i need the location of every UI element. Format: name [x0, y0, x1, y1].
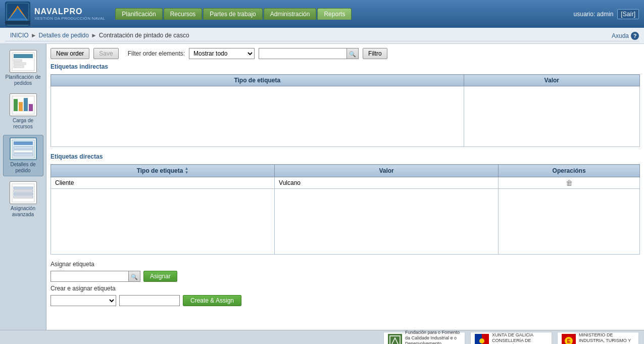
- logo-text-area: NAVALPRO Xestión da Producción Naval: [34, 7, 105, 21]
- direct-row-valor-0: Vulcano: [275, 177, 499, 189]
- footer-logo-1-icon: [388, 334, 402, 345]
- svg-text:E: E: [567, 338, 571, 344]
- assign-button[interactable]: Asignar: [143, 271, 177, 282]
- logo-icon: [5, 2, 30, 27]
- sidebar-label-detalles: Detalles de pedido: [6, 162, 41, 174]
- assign-input[interactable]: [51, 271, 129, 282]
- logo-subtext: Xestión da Producción Naval: [34, 16, 105, 21]
- sidebar-label-planificacion: Planificación de pedidos: [5, 74, 41, 86]
- svg-rect-13: [19, 102, 23, 111]
- delete-row-0-button[interactable]: 🗑: [566, 179, 573, 187]
- sidebar-icon-carga: [10, 93, 37, 116]
- ayuda-label: Axuda: [612, 32, 629, 39]
- sort-arrows-tipo: ▲▼: [184, 167, 188, 175]
- svg-rect-24: [14, 193, 33, 195]
- create-assign-input-row: Create & Assign: [51, 295, 640, 306]
- filter-search-area: 🔍: [259, 48, 359, 59]
- svg-point-30: [479, 338, 484, 343]
- filtro-button[interactable]: Filtro: [363, 48, 387, 59]
- svg-rect-22: [14, 187, 33, 189]
- direct-row-ops-0: 🗑: [499, 177, 640, 189]
- sidebar-item-asignacion[interactable]: Asignación avanzada: [3, 179, 43, 220]
- nav-admin[interactable]: Administración: [264, 8, 317, 20]
- indirect-table-body: [51, 86, 640, 147]
- create-assign-text-input[interactable]: [119, 295, 180, 306]
- new-order-button[interactable]: New order: [51, 48, 89, 59]
- create-assign-dropdown-area: [51, 295, 116, 306]
- footer-logo-3-text: MINISTERIO DE INDUSTRIA, TURISMO Y COMER…: [579, 332, 634, 344]
- help-icon: ?: [631, 32, 639, 40]
- svg-rect-23: [14, 190, 33, 192]
- assign-search-icon: 🔍: [131, 274, 138, 280]
- filter-label: Filter order elements:: [128, 50, 185, 57]
- footer-logo-1: Fundación para o Fomento da Calidade Ind…: [383, 332, 465, 345]
- create-assign-dropdown[interactable]: [51, 295, 116, 306]
- filter-search-button[interactable]: 🔍: [347, 48, 359, 59]
- direct-empty-row: [51, 189, 640, 255]
- indirect-section-title: Etiquetas indirectas: [51, 63, 108, 70]
- create-assign-button[interactable]: Create & Assign: [183, 295, 241, 306]
- sidebar-icon-detalles: [10, 137, 37, 160]
- indirect-table-header: Tipo de etiqueta Valor: [51, 75, 640, 86]
- direct-table-body: Cliente Vulcano 🗑: [51, 177, 640, 255]
- direct-table: Tipo de etiqueta ▲▼ Valor Operacións: [51, 164, 640, 255]
- assign-input-row: 🔍 Asignar: [51, 271, 640, 282]
- assign-form-row: Asignar etiqueta: [51, 261, 640, 268]
- logo-area: NAVALPRO Xestión da Producción Naval: [5, 2, 105, 27]
- main-scroll-wrapper: New order Save Filter order elements: Mo…: [46, 44, 644, 330]
- breadcrumb-current: Contratación de pintado de casco: [99, 32, 189, 39]
- svg-rect-7: [14, 54, 33, 58]
- breadcrumb-arrow-2: ►: [91, 32, 97, 39]
- indirect-empty-row: [51, 86, 640, 147]
- logout-link[interactable]: [Saír]: [617, 9, 639, 19]
- user-area: usuario: admin [Saír]: [574, 9, 639, 19]
- indirect-section: Etiquetas indirectas Tipo de etiqueta Va…: [51, 63, 640, 147]
- direct-section: Etiquetas directas Tipo de etiqueta ▲▼: [51, 153, 640, 255]
- svg-rect-12: [14, 99, 18, 111]
- direct-table-header: Tipo de etiqueta ▲▼ Valor Operacións: [51, 165, 640, 177]
- svg-rect-8: [14, 60, 22, 62]
- app-header: NAVALPRO Xestión da Producción Naval Pla…: [0, 0, 644, 28]
- sidebar-label-asignacion: Asignación avanzada: [5, 206, 41, 218]
- sidebar-item-planificacion-pedidos[interactable]: Planificación de pedidos: [3, 48, 43, 88]
- sidebar-label-carga: Carga de recursos: [5, 118, 41, 130]
- main-content: New order Save Filter order elements: Mo…: [46, 44, 644, 330]
- nav-partes[interactable]: Partes de trabajo: [203, 8, 262, 20]
- indirect-col-tipo: Tipo de etiqueta: [51, 75, 464, 86]
- sidebar: Planificación de pedidos Carga de recurs…: [0, 44, 46, 330]
- svg-rect-10: [14, 66, 24, 68]
- breadcrumb-arrow-1: ►: [31, 32, 37, 39]
- assign-search-area: 🔍: [51, 271, 140, 282]
- sidebar-icon-asignacion: [10, 181, 37, 204]
- direct-section-header: Etiquetas directas: [51, 153, 640, 162]
- assign-search-icon-button[interactable]: 🔍: [129, 271, 140, 282]
- toolbar: New order Save Filter order elements: Mo…: [51, 48, 640, 59]
- sidebar-item-detalles-pedido[interactable]: Detalles de pedido: [3, 135, 43, 176]
- create-assign-label: Crear e asignar etiqueta: [51, 285, 116, 292]
- ayuda-button[interactable]: Axuda ?: [612, 32, 639, 40]
- indirect-section-header: Etiquetas indirectas: [51, 63, 640, 72]
- direct-col-ops: Operacións: [499, 165, 640, 177]
- breadcrumb-detalles[interactable]: Detalles de pedido: [39, 32, 89, 39]
- footer-logo-2-icon: [475, 334, 489, 345]
- nav-planificacion[interactable]: Planificación: [115, 8, 162, 20]
- sidebar-item-carga-recursos[interactable]: Carga de recursos: [3, 91, 43, 132]
- main-layout: Planificación de pedidos Carga de recurs…: [0, 44, 644, 330]
- indirect-col-valor: Valor: [464, 75, 639, 86]
- filter-search-input[interactable]: [259, 48, 347, 59]
- footer: Fundación para o Fomento da Calidade Ind…: [0, 330, 644, 344]
- footer-logo-2: XUNTA DE GALICIA CONSELLERÍA DE ECONOMÍA…: [470, 332, 552, 345]
- filter-select[interactable]: Mostrar todo Etiquetas indirectas Etique…: [189, 48, 255, 59]
- svg-rect-4: [5, 21, 30, 25]
- direct-row-tipo-0: Cliente: [51, 177, 275, 189]
- direct-table-row-0: Cliente Vulcano 🗑: [51, 177, 640, 189]
- breadcrumb-inicio[interactable]: INICIO: [10, 32, 29, 39]
- footer-logo-3: E MINISTERIO DE INDUSTRIA, TURISMO Y COM…: [557, 332, 639, 345]
- breadcrumb: INICIO ► Detalles de pedido ► Contrataci…: [5, 30, 639, 41]
- create-assign-section: Crear e asignar etiqueta Create & Assign: [51, 285, 640, 306]
- nav-recursos[interactable]: Recursos: [164, 8, 203, 20]
- save-button[interactable]: Save: [93, 48, 118, 59]
- svg-rect-20: [14, 154, 33, 156]
- nav-reports[interactable]: Reports: [317, 8, 352, 20]
- svg-rect-18: [14, 146, 33, 149]
